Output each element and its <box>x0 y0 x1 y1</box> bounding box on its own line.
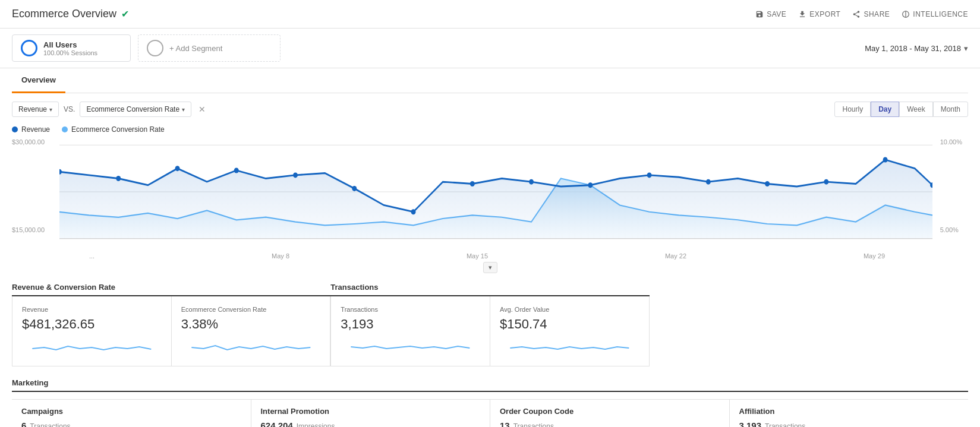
stat-card-revenue: Revenue $481,326.65 <box>12 296 172 366</box>
page-title: Ecommerce Overview <box>12 8 116 20</box>
save-label: SAVE <box>767 10 786 18</box>
transactions-stats-grid: Transactions 3,193 Avg. Order Value $150… <box>330 296 649 366</box>
transactions-label: Transactions <box>341 306 480 313</box>
dp <box>706 179 711 185</box>
dp <box>175 166 180 171</box>
add-segment-button[interactable]: + Add Segment <box>138 34 281 62</box>
tab-overview[interactable]: Overview <box>12 68 65 93</box>
stat-card-avg-order: Avg. Order Value $150.74 <box>490 296 649 366</box>
dp <box>470 181 475 186</box>
legend-revenue: Revenue <box>12 125 50 134</box>
chart-controls-left: Revenue ▾ VS. Ecommerce Conversion Rate … <box>12 102 206 117</box>
intelligence-icon <box>902 10 910 18</box>
avg-order-mini-chart <box>500 337 639 355</box>
segments-left: All Users 100.00% Sessions + Add Segment <box>12 34 281 62</box>
revenue-value: $481,326.65 <box>22 317 162 332</box>
export-button[interactable]: EXPORT <box>798 10 840 18</box>
dp <box>116 176 121 181</box>
all-users-segment[interactable]: All Users 100.00% Sessions <box>12 34 131 62</box>
avg-order-value: $150.74 <box>500 317 639 332</box>
marketing-title: Marketing <box>12 378 968 392</box>
dp <box>234 168 239 173</box>
coupon-val-0: 13 <box>500 420 510 427</box>
segment-info: All Users 100.00% Sessions <box>43 40 97 56</box>
stats-sections: Revenue & Conversion Rate Revenue $481,3… <box>12 283 968 378</box>
time-btn-day[interactable]: Day <box>871 102 899 117</box>
chart-container: $30,000.00 $15,000.00 10.00% 5.00% <box>12 138 968 273</box>
close-metric-button[interactable]: ✕ <box>198 105 206 114</box>
dp <box>883 157 888 163</box>
legend-dot-revenue <box>12 126 18 132</box>
segment-sub: 100.00% Sessions <box>43 49 97 56</box>
chart-controls: Revenue ▾ VS. Ecommerce Conversion Rate … <box>12 93 968 123</box>
tab-row: Overview <box>12 68 968 93</box>
transactions-section: Transactions Transactions 3,193 Avg. Ord… <box>330 283 649 378</box>
metric2-label: Ecommerce Conversion Rate <box>86 105 179 113</box>
revenue-section-title: Revenue & Conversion Rate <box>12 283 330 296</box>
campaigns-row-0: 6 Transactions <box>21 420 241 427</box>
scroll-indicator: ▾ <box>12 262 968 273</box>
x-label-4: May 29 <box>864 252 885 260</box>
save-button[interactable]: SAVE <box>755 10 786 18</box>
transactions-mini-chart <box>341 337 480 355</box>
date-range-chevron: ▾ <box>964 44 968 53</box>
chart-area <box>12 138 968 245</box>
metric2-chevron: ▾ <box>182 106 185 113</box>
save-icon <box>755 10 764 18</box>
x-label-2: May 15 <box>467 252 488 260</box>
conversion-mini-chart <box>181 337 321 355</box>
dp <box>529 179 534 185</box>
dp <box>293 172 298 178</box>
dark-area-fill <box>59 160 932 239</box>
internal-promo-row-0: 624,204 Impressions <box>261 420 481 427</box>
conversion-value: 3.38% <box>181 317 321 332</box>
date-range-label: May 1, 2018 - May 31, 2018 <box>865 44 961 53</box>
stat-card-conversion: Ecommerce Conversion Rate 3.38% <box>172 296 330 366</box>
segment-dot <box>21 40 37 56</box>
marketing-col-affiliation: Affiliation 3,193 Transactions $481,326.… <box>730 400 969 427</box>
export-label: EXPORT <box>809 10 840 18</box>
scroll-button[interactable]: ▾ <box>483 262 497 273</box>
coupon-title: Order Coupon Code <box>500 407 720 416</box>
x-label-3: May 22 <box>665 252 686 260</box>
dp <box>824 179 828 185</box>
legend-conversion: Ecommerce Conversion Rate <box>62 125 165 134</box>
header-bar: Ecommerce Overview ✔ SAVE EXPORT SHARE I… <box>0 0 980 29</box>
metric1-chevron: ▾ <box>49 106 52 113</box>
time-btn-month[interactable]: Month <box>933 102 968 117</box>
legend-revenue-label: Revenue <box>21 125 50 134</box>
add-segment-label: + Add Segment <box>169 44 222 53</box>
marketing-col-campaigns: Campaigns 6 Transactions $574.40 Revenue… <box>12 400 251 427</box>
revenue-mini-chart <box>22 337 162 355</box>
verified-icon: ✔ <box>121 8 129 20</box>
metric1-button[interactable]: Revenue ▾ <box>12 102 59 117</box>
date-range-picker[interactable]: May 1, 2018 - May 31, 2018 ▾ <box>865 44 968 53</box>
dp <box>647 172 652 178</box>
dp <box>765 181 770 186</box>
time-btn-week[interactable]: Week <box>899 102 932 117</box>
x-label-1: May 8 <box>272 252 289 260</box>
transactions-section-title: Transactions <box>330 283 649 296</box>
campaigns-title: Campaigns <box>21 407 241 416</box>
metric2-button[interactable]: Ecommerce Conversion Rate ▾ <box>80 102 191 117</box>
empty-space <box>650 283 968 378</box>
dp <box>352 186 357 191</box>
share-icon <box>852 10 861 18</box>
transactions-value: 3,193 <box>341 317 480 332</box>
time-btn-hourly[interactable]: Hourly <box>834 102 871 117</box>
avg-order-label: Avg. Order Value <box>500 306 639 313</box>
legend-dot-conversion <box>62 126 68 132</box>
internal-promo-metric-0: Impressions <box>297 422 335 427</box>
dp <box>588 182 593 188</box>
campaigns-val-0: 6 <box>21 420 26 427</box>
vs-label: VS. <box>64 105 75 113</box>
marketing-grid: Campaigns 6 Transactions $574.40 Revenue… <box>12 399 968 427</box>
marketing-col-internal-promo: Internal Promotion 624,204 Impressions <box>251 400 491 427</box>
revenue-label: Revenue <box>22 306 162 313</box>
share-button[interactable]: SHARE <box>852 10 890 18</box>
revenue-section: Revenue & Conversion Rate Revenue $481,3… <box>12 283 330 378</box>
stat-card-transactions: Transactions 3,193 <box>331 296 490 366</box>
header-actions: SAVE EXPORT SHARE INTELLIGENCE <box>755 10 968 18</box>
intelligence-button[interactable]: INTELLIGENCE <box>902 10 968 18</box>
segment-dot-empty <box>147 40 163 56</box>
